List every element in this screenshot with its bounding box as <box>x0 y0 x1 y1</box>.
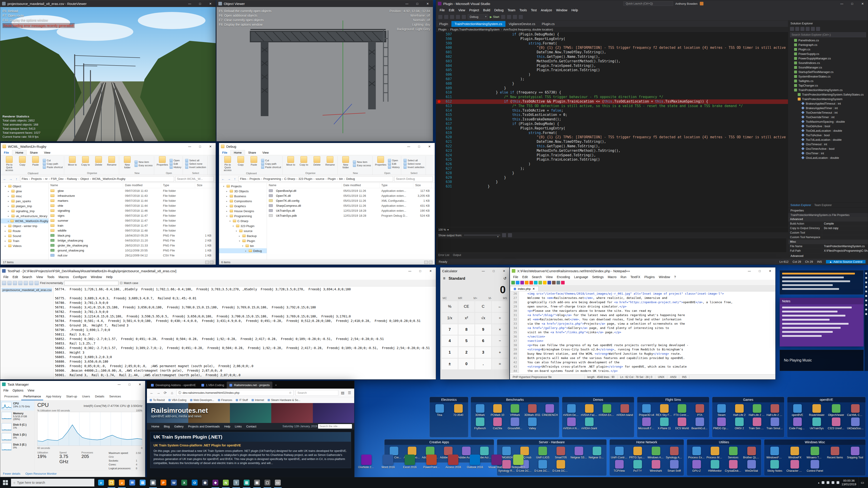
panel-tab-solution-explorer[interactable]: Solution Explorer <box>790 203 811 207</box>
open-icon[interactable] <box>7 281 11 285</box>
breakpoint-margin[interactable] <box>436 171 442 175</box>
property-value[interactable]: Compile <box>822 222 868 226</box>
taskmgr-tab-users[interactable]: Users <box>80 393 92 400</box>
search-field[interactable]: Search <box>296 390 338 396</box>
desktop-icon-code-fragments[interactable]: Code Fragments <box>788 417 807 430</box>
column-header-type[interactable]: Type <box>161 183 195 188</box>
breadcrumb-segment[interactable]: WCML_WatfordJn-Rugby <box>92 177 126 181</box>
tree-item[interactable]: ▸Sound <box>1 233 49 238</box>
cut-icon[interactable] <box>24 281 28 285</box>
breakpoint-margin[interactable] <box>436 37 442 41</box>
memory-button-ms[interactable]: MS <box>503 297 507 300</box>
back-icon[interactable]: ← <box>2 177 7 181</box>
site-nav-links[interactable]: Links <box>232 424 244 429</box>
desktop-icon-half-life-2-ep[interactable]: Half-Life 2 Ep... <box>766 403 784 417</box>
column-header-size[interactable]: Size <box>413 183 432 188</box>
solution-tree-item[interactable]: TssTdLastLocation : double <box>788 137 868 142</box>
ribbon-button-paste-shortcut[interactable]: Paste shortcut <box>261 166 281 169</box>
desktop-icon-train-sim-world[interactable]: Train Sim World <box>748 417 766 430</box>
ribbon-button-copy-path[interactable]: Copy path <box>43 162 63 165</box>
taskbar-app-route-viewer[interactable]: ▢ <box>262 477 273 488</box>
desktop-icon-uktrainsys[interactable]: UkTrainSys <box>807 417 827 430</box>
desktop-icon-hwmonitor[interactable]: HWMonitor <box>706 459 724 473</box>
ribbon-button-delete[interactable]: Delete <box>311 156 323 171</box>
expander-icon[interactable]: ▾ <box>242 245 244 247</box>
thumbnails-view-icon[interactable] <box>429 261 432 264</box>
minimize-icon[interactable]: — <box>184 143 195 150</box>
solution-tree-item[interactable]: TssOverrideTimer : int <box>788 115 868 119</box>
ribbon-button-paste[interactable]: Paste <box>30 156 41 171</box>
breakpoint-margin[interactable] <box>436 166 442 171</box>
match-case-checkbox[interactable]: ☐ <box>120 281 122 285</box>
vs-menu-test[interactable]: Test <box>529 8 539 13</box>
objectviewer-viewport[interactable]: F5: Reload the currently open objectsF6:… <box>217 7 433 141</box>
dock-icon-2[interactable] <box>865 282 867 283</box>
vs-titlebar[interactable]: Plugin - Microsoft Visual Studio Quick L… <box>436 0 868 7</box>
dock-icon-1[interactable] <box>865 277 867 279</box>
desktop-icon-nvidia-island[interactable]: nVIDIA Island <box>616 403 634 417</box>
ribbon-button-paste-shortcut[interactable]: Paste shortcut <box>43 166 63 169</box>
file-row[interactable]: bridge_shadow.png04/03/2010 21:20PNG Fil… <box>49 238 216 243</box>
textpad-menu-tools[interactable]: Tools <box>45 275 56 279</box>
close-icon[interactable]: ✕ <box>205 143 216 150</box>
breadcrumb-segment[interactable]: Files <box>240 177 246 181</box>
minimize-icon[interactable]: — <box>402 0 412 7</box>
dock-icon-5[interactable] <box>865 295 867 297</box>
calc-key-8[interactable]: 8 <box>458 324 474 335</box>
solution-tree-item[interactable]: PowerSupply.cs <box>788 52 868 56</box>
desktop-icon-windirstat[interactable]: WinDirStat <box>742 459 761 473</box>
desktop-icon-dcs-world[interactable]: DCS World <box>673 417 691 430</box>
tree-item[interactable]: ▸signalling_tmp <box>1 208 49 214</box>
open-file-icon[interactable] <box>456 15 460 19</box>
tree-item[interactable]: ▾323 Plugin <box>219 223 267 228</box>
breakpoint-margin[interactable] <box>436 95 442 99</box>
calc-key-[interactable]: ± <box>442 359 458 369</box>
vs-tab-vigilancedevice-cs[interactable]: VigilanceDevice.cs <box>506 21 538 27</box>
dock-icon-6[interactable] <box>865 300 867 301</box>
desktop-icon-windowfx[interactable]: WindowFX <box>785 446 805 459</box>
clear-output-icon[interactable] <box>502 233 506 237</box>
calc-key-ce[interactable]: CE <box>458 301 474 312</box>
ribbon-button-rename[interactable]: Rename <box>324 156 336 171</box>
npp-menu-edit[interactable]: Edit <box>521 275 530 279</box>
onedrive-icon[interactable] <box>822 481 825 484</box>
desktop-icon-netgear-gs108pe[interactable]: Netgear GS108PE <box>588 446 606 459</box>
file-row[interactable]: OpenTK.dll05/01/2019 11:26Application ex… <box>267 193 435 198</box>
calc-key-x[interactable]: √x <box>475 313 491 324</box>
panel-tab-output[interactable]: Output <box>453 254 461 257</box>
expander-icon[interactable]: ▸ <box>226 205 228 207</box>
ribbon-button-paste[interactable]: Paste <box>248 156 260 171</box>
menu-icon[interactable]: ☰ <box>347 391 352 395</box>
desktop-icon-outlook-2016[interactable]: Outlook 2016 <box>465 454 485 469</box>
toolbar-icon-5[interactable] <box>534 281 537 285</box>
solution-tree-item[interactable]: OssTimerActive : bool <box>788 147 868 151</box>
minimize-icon[interactable]: — <box>744 267 754 274</box>
breakpoint-margin[interactable] <box>436 77 442 82</box>
ribbon-button-copy-to[interactable]: Copy to <box>298 156 310 171</box>
forward-icon[interactable] <box>444 15 448 19</box>
back-icon[interactable] <box>438 15 442 19</box>
npp-menu-search[interactable]: Search <box>530 275 544 279</box>
taskbar-app-task-manager[interactable]: ▥ <box>241 477 252 488</box>
taskmgr-tab-processes[interactable]: Processes <box>2 393 21 400</box>
history-icon[interactable]: ↺ <box>503 276 506 281</box>
property-row[interactable]: Custom Tool <box>788 231 868 235</box>
taskmgr-titlebar[interactable]: Task Manager —□✕ <box>0 381 145 388</box>
vs-tab-trainprotectionwarningsystem-cs[interactable]: TrainProtectionWarningSystem.cs <box>452 21 505 27</box>
home-icon[interactable] <box>790 27 794 31</box>
file-row[interactable]: wildlife09/07/2018 11:48File folder <box>49 228 216 233</box>
maximize-icon[interactable]: □ <box>754 267 765 274</box>
close-icon[interactable]: ✕ <box>857 0 868 7</box>
breadcrumb-segment[interactable]: Plugin <box>438 28 446 31</box>
toolbar-icon-6[interactable] <box>538 281 542 285</box>
npp-menu-run[interactable]: Run <box>619 275 628 279</box>
file-row[interactable]: OpenTK.dll.config05/01/2019 11:26XML Con… <box>267 198 435 203</box>
desktop-icon-brother-ql-730nw[interactable]: Brother QL-730NW <box>742 446 761 459</box>
taskbar-search[interactable]: ○ Type here to search <box>11 479 94 487</box>
toolbar-icon-7[interactable] <box>543 281 547 285</box>
tree-item[interactable]: ▾Object <box>1 184 49 189</box>
routeviewer-titlebar[interactable]: projectsource_maxdetail_x8_eras.csv - Ro… <box>0 0 216 7</box>
breakpoint-margin[interactable] <box>436 64 442 68</box>
textpad-menu-file[interactable]: File <box>2 275 10 279</box>
bookmark-steam-hardware-so[interactable]: Steam Hardware & So... <box>268 398 300 402</box>
